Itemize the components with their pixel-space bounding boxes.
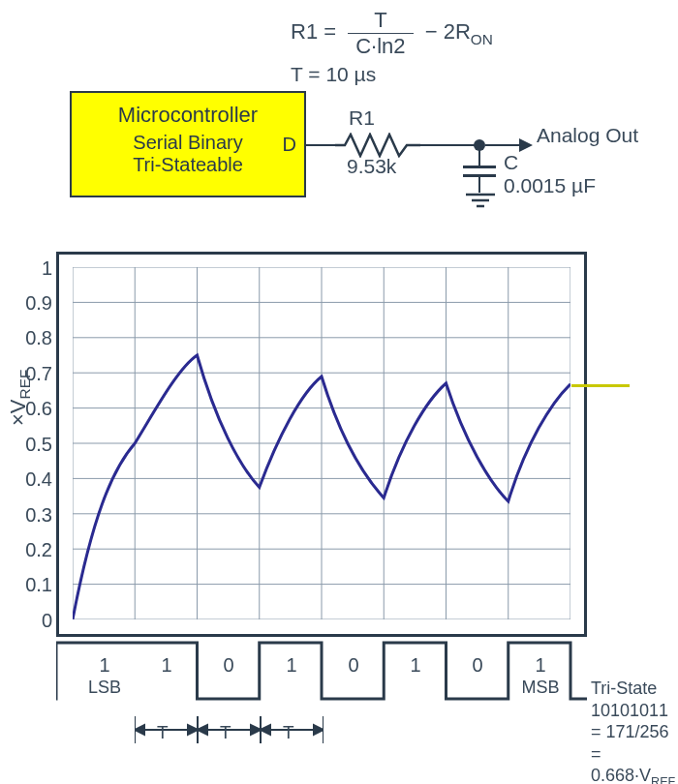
svg-marker-35 (314, 725, 324, 735)
diagram-root: R1 = T C·ln2 − 2RON T = 10 µs Microcontr… (0, 0, 678, 784)
ytick-1p0: 1 (14, 257, 52, 280)
ytick-0p4: 0.4 (14, 468, 52, 491)
arrowhead-icon (519, 138, 533, 152)
bit-3-val: 1 (262, 654, 321, 677)
svg-marker-31 (198, 725, 207, 735)
t-label-1: T (157, 722, 169, 743)
r1-formula: R1 = T C·ln2 − 2RON (291, 8, 493, 59)
wire-node-to-cap (478, 146, 480, 166)
t-label-2: T (220, 722, 231, 743)
tristate-line1: Tri-State (591, 678, 678, 700)
formula-lhs: R1 = (291, 19, 336, 44)
tristate-line4: = 0.668·VREF (591, 743, 678, 785)
y-axis-label: ×VREF (6, 370, 34, 426)
lsb-label: LSB (76, 678, 134, 698)
formula-minus: − 2R (425, 19, 471, 44)
ytick-0p2: 0.2 (14, 539, 52, 561)
bit-6-val: 0 (448, 654, 507, 677)
mcu-line1: Serial Binary (72, 132, 304, 154)
capacitor-name: C (504, 151, 518, 174)
capacitor-value: 0.0015 µF (504, 174, 596, 197)
ground-icon (466, 193, 495, 212)
tristate-line2: 10101011 (591, 700, 678, 722)
ytick-0p3: 0.3 (14, 504, 52, 527)
bit-waveform (56, 641, 587, 716)
bit-7-val: 1 (511, 654, 570, 677)
t-label-3: T (283, 722, 294, 743)
bit-0-val: 1 (76, 654, 134, 677)
mcu-block: Microcontroller Serial Binary Tri-Statea… (70, 91, 306, 197)
fraction-denominator: C·ln2 (348, 34, 413, 59)
wire-r1-to-node (420, 144, 478, 146)
chart-plot (73, 267, 570, 619)
resistor-name: R1 (349, 106, 375, 130)
bit-2-val: 0 (200, 654, 258, 677)
fraction: T C·ln2 (348, 8, 413, 59)
bit-4-val: 0 (324, 654, 383, 677)
resistor-value: 9.53k (347, 155, 396, 178)
msb-label: MSB (511, 678, 570, 698)
ytick-0p5: 0.5 (14, 434, 52, 456)
bit-5-val: 1 (386, 654, 445, 677)
wire-cap-to-gnd (478, 177, 480, 193)
tristate-annotation: Tri-State 10101011 = 171/256 = 0.668·VRE… (591, 678, 678, 784)
mcu-line2: Tri-Stateable (72, 154, 304, 176)
ytick-0p1: 0.1 (14, 574, 52, 596)
mcu-pin-d: D (283, 134, 296, 156)
ytick-0: 0 (14, 610, 52, 632)
mcu-title: Microcontroller (72, 103, 304, 128)
analog-out-label: Analog Out (537, 124, 638, 147)
final-hold-line (571, 384, 630, 387)
period-label: T = 10 µs (291, 63, 376, 86)
ytick-0p8: 0.8 (14, 327, 52, 349)
formula-ron-sub: ON (471, 31, 493, 47)
tristate-line3: = 171/256 (591, 721, 678, 743)
bit-1-val: 1 (138, 654, 196, 677)
svg-marker-34 (261, 725, 270, 735)
svg-marker-28 (135, 725, 144, 735)
chart-grid (73, 267, 570, 619)
cap-plate-top (463, 166, 496, 168)
wire-d-to-r1 (306, 144, 335, 146)
fraction-numerator: T (348, 8, 413, 34)
wire-node-to-out (485, 144, 520, 146)
ytick-0p9: 0.9 (14, 292, 52, 315)
